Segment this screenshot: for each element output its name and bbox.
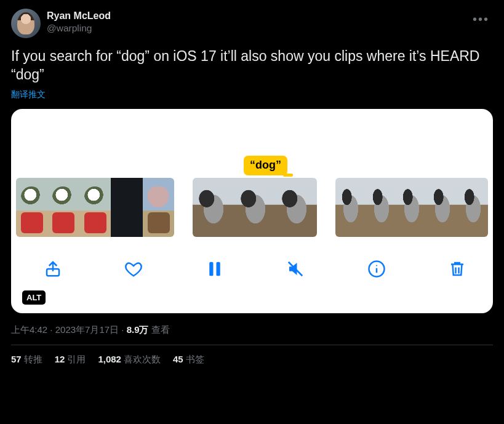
views-label: 查看 — [149, 324, 170, 335]
bookmarks-stat[interactable]: 45书签 — [173, 354, 204, 366]
svg-rect-1 — [209, 262, 213, 276]
avatar[interactable] — [11, 9, 41, 38]
clip-frame — [234, 178, 276, 237]
clip-frame — [16, 178, 47, 237]
tweet-container: Ryan McLeod @warpling ••• If you search … — [0, 0, 504, 372]
stats-row: 57转推 12引用 1,082喜欢次数 45书签 — [11, 354, 493, 366]
clip-frame — [458, 178, 488, 237]
author-block: Ryan McLeod @warpling — [47, 9, 493, 34]
clip-group[interactable] — [16, 178, 174, 237]
quotes-stat[interactable]: 12引用 — [55, 354, 86, 366]
clip-frame — [366, 178, 397, 237]
views-count: 8.9万 — [127, 324, 149, 335]
clip-groups — [11, 178, 493, 237]
media-card[interactable]: “dog” — [11, 109, 493, 313]
likes-stat[interactable]: 1,082喜欢次数 — [98, 354, 161, 366]
author-display-name[interactable]: Ryan McLeod — [47, 10, 493, 22]
author-handle[interactable]: @warpling — [47, 22, 493, 34]
svg-point-6 — [376, 265, 377, 266]
clip-frame — [193, 178, 234, 237]
retweets-stat[interactable]: 57转推 — [11, 354, 42, 366]
trash-icon[interactable] — [446, 258, 468, 280]
clip-frame — [276, 178, 317, 237]
clip-frame — [396, 178, 427, 237]
translate-link[interactable]: 翻译推文 — [11, 89, 46, 100]
clip-group[interactable] — [335, 178, 488, 237]
heart-icon[interactable] — [122, 258, 145, 280]
clip-group[interactable] — [193, 178, 317, 237]
clip-frame — [47, 178, 79, 237]
match-marker — [283, 174, 293, 177]
meta-row: 上午4:42 · 2023年7月17日 · 8.9万 查看 — [11, 324, 493, 336]
more-icon[interactable]: ••• — [473, 12, 489, 26]
tweet-text: If you search for “dog” on iOS 17 it’ll … — [11, 47, 493, 84]
clip-frame — [143, 178, 174, 237]
clip-frame — [111, 178, 142, 237]
share-icon[interactable] — [42, 258, 64, 280]
divider — [11, 345, 493, 345]
alt-badge[interactable]: ALT — [22, 290, 46, 305]
info-icon[interactable] — [366, 258, 388, 280]
pause-icon[interactable] — [204, 258, 226, 280]
tweet-time[interactable]: 上午4:42 — [11, 324, 47, 335]
mute-icon[interactable] — [284, 258, 306, 280]
tweet-header: Ryan McLeod @warpling ••• — [11, 9, 493, 38]
media-toolbar — [11, 258, 493, 280]
clip-frame — [79, 178, 111, 237]
svg-rect-2 — [216, 262, 220, 276]
video-scrubber[interactable]: “dog” — [11, 178, 493, 252]
tweet-date[interactable]: 2023年7月17日 — [55, 324, 119, 335]
search-match-tooltip: “dog” — [244, 156, 287, 175]
clip-frame — [335, 178, 366, 237]
clip-frame — [427, 178, 458, 237]
